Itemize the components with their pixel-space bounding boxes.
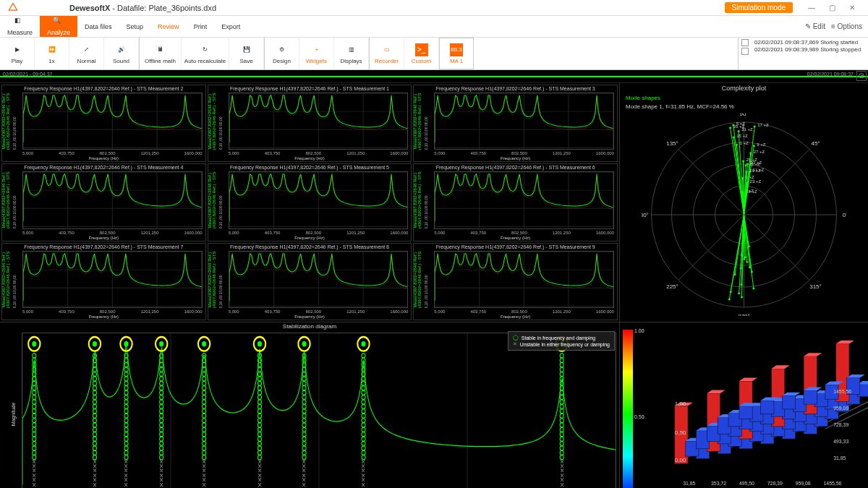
design-button[interactable]: ⚙Design: [265, 38, 299, 69]
frf-panel-8[interactable]: Frequency Response H1(4397,8202=2646 Ref…: [208, 243, 412, 320]
svg-point-352: [560, 427, 563, 432]
svg-point-91: [33, 367, 36, 372]
svg-point-275: [302, 358, 306, 362]
frf-panel-1[interactable]: Frequency Response H1(4397,8202=2646 Ref…: [208, 85, 412, 162]
frf-panel-6[interactable]: Frequency Response H1(4397,8202=2646 Ref…: [413, 163, 618, 241]
svg-point-108: [33, 446, 36, 450]
svg-point-315: [362, 400, 365, 404]
svg-point-322: [362, 432, 365, 437]
svg-text:19 +Z: 19 +Z: [746, 189, 757, 194]
colorbar-tick: 0.50: [634, 414, 644, 419]
svg-point-149: [124, 341, 128, 346]
svg-point-313: [362, 390, 365, 395]
svg-point-339: [560, 367, 563, 372]
sound-button[interactable]: 🔊Sound: [104, 38, 139, 69]
svg-point-293: [302, 442, 306, 446]
svg-point-99: [33, 404, 36, 408]
tab-print[interactable]: Print: [187, 16, 215, 37]
save-button[interactable]: 💾Save: [229, 38, 264, 69]
svg-text:✕: ✕: [159, 481, 163, 488]
svg-point-291: [302, 432, 306, 437]
svg-point-416: [733, 137, 735, 139]
automac-panel[interactable]: 1.00 0.50 0.00 Frequency (Hz)1,000,500,0…: [620, 322, 868, 488]
recorder-icon: ▭: [380, 43, 393, 56]
svg-point-127: [93, 390, 96, 395]
stabilization-legend: ◯Stable in frequency and damping ✕Unstab…: [508, 331, 615, 351]
frf-panel-7[interactable]: Frequency Response H1(4397,8202=2646 Ref…: [1, 243, 206, 320]
tab-review[interactable]: Review: [150, 16, 187, 37]
widgets-button[interactable]: ＋Widgets: [299, 38, 334, 69]
svg-point-139: [93, 446, 96, 450]
time-overview[interactable]: 02/02/2021 - 09:04:37 02/02/2021 09:08:3…: [0, 70, 868, 83]
ma-icon: 88.3: [450, 43, 463, 56]
svg-point-314: [362, 395, 365, 400]
svg-rect-564: [761, 401, 774, 414]
svg-point-184: [160, 367, 163, 372]
svg-point-155: [124, 377, 128, 381]
play-button[interactable]: ▶Play: [0, 38, 35, 69]
svg-point-230: [203, 437, 206, 441]
svg-point-444: [749, 266, 751, 268]
svg-text:728,39: 728,39: [767, 481, 783, 486]
auto-recalc-button[interactable]: ↻Auto recalculate: [182, 38, 229, 69]
stabilization-panel[interactable]: Stabilization diagram Magnitude ✕✕✕✕✕✕✕✕…: [0, 322, 619, 488]
svg-point-351: [560, 423, 563, 427]
normal-button[interactable]: ⤢Normal: [69, 38, 104, 69]
svg-point-218: [203, 381, 206, 385]
svg-marker-495: [707, 390, 725, 394]
frf-panel-5[interactable]: Frequency Response H1(4397,8202=2646 Ref…: [208, 163, 412, 241]
svg-point-134: [93, 423, 96, 427]
frf-panel-4[interactable]: Frequency Response H1(4397,8202=2646 Ref…: [1, 163, 206, 241]
tab-setup[interactable]: Setup: [119, 16, 151, 37]
svg-text:0°: 0°: [843, 212, 846, 218]
svg-point-197: [160, 427, 163, 432]
svg-point-106: [33, 437, 36, 441]
clock-icon[interactable]: ◷: [856, 71, 867, 81]
fast-icon: ⏩: [46, 43, 59, 56]
complexity-panel[interactable]: Complexity plot Mode shapes Mode shape 1…: [620, 83, 868, 322]
tab-analyze[interactable]: 🔍 Analyze: [40, 16, 77, 37]
svg-point-323: [362, 437, 365, 441]
svg-point-321: [362, 427, 365, 432]
svg-point-101: [33, 414, 36, 418]
svg-rect-562: [739, 406, 752, 419]
svg-text:135°: 135°: [666, 140, 678, 147]
recorder-button[interactable]: ▭Recorder: [370, 38, 404, 69]
custom-button[interactable]: >_Custom: [404, 38, 439, 69]
offline-math-button[interactable]: 🖩Offline math: [140, 38, 182, 69]
edit-link[interactable]: ✎ Edit: [805, 22, 825, 30]
ma-button[interactable]: 88.3MA 1: [439, 38, 474, 69]
svg-point-273: [302, 341, 306, 346]
svg-point-354: [560, 437, 563, 441]
svg-point-198: [160, 432, 163, 437]
close-button[interactable]: ✕: [842, 1, 862, 15]
speed-button[interactable]: ⏩1x: [35, 38, 69, 69]
frf-panel-3[interactable]: Frequency Response H1(4397,8202=2646 Ref…: [413, 85, 618, 162]
svg-point-132: [93, 414, 96, 418]
svg-point-214: [203, 363, 206, 367]
svg-marker-573: [847, 374, 865, 378]
tab-export[interactable]: Export: [214, 16, 247, 37]
app-logo: [6, 1, 20, 15]
svg-point-348: [560, 409, 563, 414]
svg-point-357: [560, 450, 563, 455]
svg-point-279: [302, 377, 306, 381]
svg-point-350: [560, 419, 563, 423]
displays-button[interactable]: ▥Displays: [334, 38, 369, 69]
svg-point-431: [745, 164, 747, 166]
svg-rect-566: [782, 395, 795, 409]
svg-point-133: [93, 419, 96, 423]
minimize-button[interactable]: —: [801, 1, 822, 15]
frf-panel-2[interactable]: Frequency Response H1(4397,8202=2646 Ref…: [1, 85, 206, 162]
svg-point-153: [124, 367, 128, 372]
svg-text:0,00: 0,00: [675, 457, 686, 463]
tab-datafiles[interactable]: Data files: [77, 16, 119, 37]
svg-point-233: [203, 450, 206, 455]
frf-panel-9[interactable]: Frequency Response H1(4397,8202=2646 Ref…: [413, 243, 618, 320]
options-link[interactable]: ≡ Options: [831, 22, 862, 30]
svg-point-192: [160, 404, 163, 408]
svg-marker-567: [782, 393, 800, 396]
svg-point-312: [362, 386, 365, 390]
maximize-button[interactable]: ▢: [822, 1, 842, 15]
tab-measure[interactable]: ◧ Measure: [0, 16, 40, 37]
